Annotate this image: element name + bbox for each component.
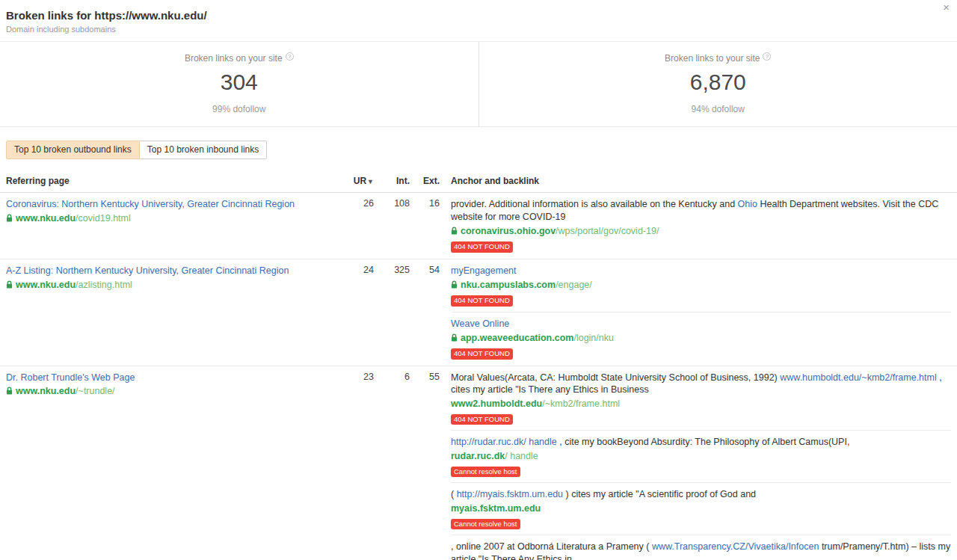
url-path[interactable]: /wps/portal/gov/covid-19/: [556, 226, 659, 236]
url-domain[interactable]: www.nku.edu: [16, 280, 76, 290]
url-domain[interactable]: myais.fsktm.um.edu: [451, 503, 541, 514]
anchor-link[interactable]: www.humboldt.edu/~kmb2/frame.html: [780, 372, 936, 383]
ext-value: 55: [410, 372, 440, 382]
anchor-link[interactable]: http://rudar.ruc.dk/ handle: [451, 437, 557, 447]
backlink-entry: provider. Additional information is also…: [451, 198, 951, 253]
status-badge: 404 NOT FOUND: [451, 348, 513, 359]
backlink-entry: Moral Values(Arcata, CA: Humboldt State …: [451, 372, 951, 425]
ext-value: 16: [410, 198, 440, 209]
ur-value: 24: [340, 265, 374, 275]
sort-desc-icon: ▼: [367, 178, 374, 185]
column-ext[interactable]: Ext.: [410, 176, 440, 186]
referring-page-link[interactable]: Coronavirus: Northern Kentucky Universit…: [6, 198, 333, 211]
report-header: Broken links for https://www.nku.edu/ Do…: [0, 0, 957, 42]
backlink-url: rudar.ruc.dk/ handle: [451, 451, 951, 463]
url-path[interactable]: /~kmb2/frame.html: [542, 399, 620, 409]
url-path[interactable]: /covid19.html: [76, 213, 131, 224]
backlink-entry: myEngagementnku.campuslabs.com/engage/40…: [451, 265, 951, 307]
table-header: Referring page UR▼ Int. Ext. Anchor and …: [0, 170, 957, 193]
anchor-text: provider. Additional information is also…: [451, 198, 951, 224]
url-domain[interactable]: www.nku.edu: [16, 213, 76, 224]
backlink-entry: ( http://myais.fsktm.um.edu ) cites my a…: [451, 488, 951, 529]
anchor-backlink-cell: provider. Additional information is also…: [440, 198, 951, 253]
referring-page-url: www.nku.edu/covid19.html: [6, 213, 333, 226]
lock-icon: [6, 387, 13, 399]
report-tabs: Top 10 broken outbound links Top 10 brok…: [6, 141, 267, 159]
url-domain[interactable]: rudar.ruc.dk: [451, 451, 505, 461]
close-icon[interactable]: ×: [943, 1, 950, 13]
anchor-text: ( http://myais.fsktm.um.edu ) cites my a…: [451, 488, 951, 501]
stat-label: Broken links on your site?: [0, 52, 478, 64]
help-icon[interactable]: ?: [286, 52, 294, 61]
column-referring-page: Referring page: [6, 176, 340, 186]
column-int[interactable]: Int.: [374, 176, 410, 186]
anchor-backlink-cell: Moral Values(Arcata, CA: Humboldt State …: [440, 372, 951, 560]
page-title: Broken links for https://www.nku.edu/: [6, 9, 951, 22]
tab-broken-outbound-links[interactable]: Top 10 broken outbound links: [6, 141, 140, 159]
page-subtitle: Domain including subdomains: [6, 25, 951, 34]
lock-icon: [451, 227, 458, 239]
anchor-link[interactable]: myEngagement: [451, 265, 517, 276]
lock-icon: [6, 280, 13, 292]
backlink-url: nku.campuslabs.com/engage/: [451, 280, 951, 292]
backlink-url: www2.humboldt.edu/~kmb2/frame.html: [451, 399, 951, 410]
status-badge: 404 NOT FOUND: [451, 241, 513, 252]
url-domain[interactable]: coronavirus.ohio.gov: [461, 226, 556, 236]
backlink-divider: [451, 430, 951, 431]
anchor-text: , online 2007 at Odborná Literatura a Pr…: [451, 541, 951, 560]
anchor-link[interactable]: Weave Online: [451, 319, 509, 329]
anchor-text-part: Moral Values(Arcata, CA: Humboldt State …: [451, 372, 780, 383]
backlink-url: coronavirus.ohio.gov/wps/portal/gov/covi…: [451, 226, 951, 239]
badge-line: Cannot resolve host: [451, 518, 951, 529]
stat-dofollow: 94% dofollow: [479, 104, 957, 114]
anchor-text-part: , online 2007 at Odborná Literatura a Pr…: [451, 541, 652, 552]
backlink-entry: http://rudar.ruc.dk/ handle , cite my bo…: [451, 436, 951, 477]
status-badge: 404 NOT FOUND: [451, 414, 513, 425]
help-icon[interactable]: ?: [763, 52, 771, 61]
column-ur[interactable]: UR▼: [340, 176, 374, 186]
stat-label-text: Broken links on your site: [185, 53, 283, 64]
url-path[interactable]: /login/nku: [573, 333, 614, 343]
status-badge: Cannot resolve host: [451, 467, 520, 477]
int-value: 108: [374, 198, 410, 209]
referring-page-link[interactable]: A-Z Listing: Northern Kentucky Universit…: [6, 265, 333, 277]
backlink-url: app.weaveeducation.com/login/nku: [451, 333, 951, 345]
int-value: 325: [374, 265, 410, 275]
anchor-link[interactable]: www.Transparency.CZ/Vivaetika/Infocen: [652, 541, 819, 552]
url-domain[interactable]: www.nku.edu: [16, 386, 76, 396]
url-path[interactable]: /~trundle/: [76, 386, 114, 396]
ur-value: 23: [340, 372, 374, 382]
backlink-entry: Weave Onlineapp.weaveeducation.com/login…: [451, 318, 951, 360]
badge-line: 404 NOT FOUND: [451, 241, 951, 252]
badge-line: Cannot resolve host: [451, 466, 951, 477]
url-path[interactable]: /engage/: [556, 280, 592, 290]
stat-value: 304: [0, 70, 478, 95]
url-domain[interactable]: www2.humboldt.edu: [451, 399, 542, 409]
url-domain[interactable]: nku.campuslabs.com: [461, 280, 556, 290]
anchor-backlink-cell: myEngagementnku.campuslabs.com/engage/40…: [440, 265, 951, 360]
anchor-text: Weave Online: [451, 318, 951, 330]
column-anchor-backlink: Anchor and backlink: [440, 176, 951, 186]
anchor-text: Moral Values(Arcata, CA: Humboldt State …: [451, 372, 951, 397]
anchor-text-part: provider. Additional information is also…: [451, 199, 738, 209]
url-path[interactable]: /azlisting.html: [76, 280, 132, 290]
referring-page-cell: A-Z Listing: Northern Kentucky Universit…: [6, 265, 340, 292]
url-path[interactable]: / handle: [505, 451, 538, 461]
stat-label: Broken links to your site?: [479, 52, 957, 64]
referring-page-link[interactable]: Dr. Robert Trundle's Web Page: [6, 372, 333, 384]
anchor-text: myEngagement: [451, 265, 951, 277]
ext-value: 54: [410, 265, 440, 275]
stat-dofollow: 99% dofollow: [0, 104, 478, 114]
url-domain[interactable]: app.weaveeducation.com: [461, 333, 573, 343]
lock-icon: [6, 214, 13, 226]
anchor-text: http://rudar.ruc.dk/ handle , cite my bo…: [451, 436, 951, 449]
backlink-divider: [451, 312, 951, 313]
referring-page-cell: Dr. Robert Trundle's Web Pagewww.nku.edu…: [6, 372, 340, 399]
badge-line: 404 NOT FOUND: [451, 413, 951, 425]
backlink-divider: [451, 482, 951, 483]
table-body: Coronavirus: Northern Kentucky Universit…: [0, 193, 957, 560]
tab-broken-inbound-links[interactable]: Top 10 broken inbound links: [140, 141, 267, 159]
anchor-link[interactable]: Ohio: [738, 199, 757, 209]
anchor-link[interactable]: http://myais.fsktm.um.edu: [457, 489, 563, 499]
anchor-text-part: , cite my bookBeyond Absurdity: The Phil…: [557, 437, 850, 447]
